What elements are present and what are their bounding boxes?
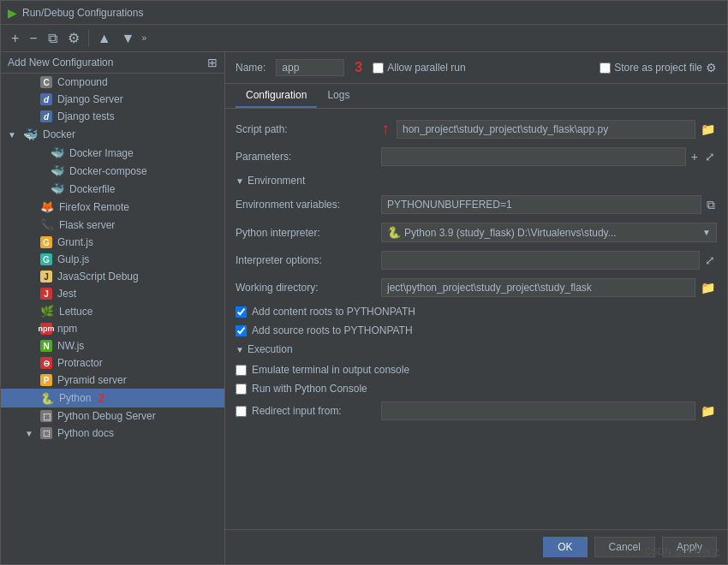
sidebar-item-flask[interactable]: 📞 Flask server	[1, 216, 224, 234]
environment-collapse-icon[interactable]: ▼	[236, 176, 244, 186]
interpreter-options-expand-button[interactable]: ⤢	[703, 252, 717, 269]
emulate-terminal-label: Emulate terminal in output console	[252, 364, 409, 376]
redirect-input-input[interactable]	[381, 401, 695, 420]
django-server-label: Django Server	[57, 93, 123, 105]
jest-icon: J	[40, 288, 52, 300]
sidebar-item-dockerfile[interactable]: ▶ 🐳 Dockerfile	[1, 180, 224, 198]
sidebar-item-npm[interactable]: npm npm	[1, 320, 224, 337]
python-console-label: Run with Python Console	[252, 383, 367, 395]
parameters-input[interactable]	[381, 147, 686, 166]
name-input[interactable]	[276, 59, 344, 76]
working-dir-browse-button[interactable]: 📁	[699, 279, 717, 296]
sidebar-item-protractor[interactable]: ⊖ Protractor	[1, 354, 224, 372]
execution-collapse-icon[interactable]: ▼	[236, 345, 244, 354]
pyramid-icon: P	[40, 374, 52, 386]
sidebar-item-gulpjs[interactable]: G Gulp.js	[1, 251, 224, 268]
sidebar-item-compound[interactable]: C Compound	[1, 74, 224, 91]
sidebar-item-jest[interactable]: J Jest	[1, 285, 224, 302]
gulp-label: Gulp.js	[57, 253, 89, 265]
run-icon: ▶	[8, 6, 17, 20]
sidebar-item-django-server[interactable]: d Django Server	[1, 91, 224, 108]
python-docs-label: Python docs	[57, 427, 114, 439]
allow-parallel-label: Allow parallel run	[387, 62, 465, 74]
compound-label: Compound	[57, 76, 108, 88]
python-debug-server-label: Python Debug Server	[57, 410, 156, 422]
python-console-checkbox[interactable]	[236, 384, 247, 395]
name-label: Name:	[236, 62, 266, 74]
jest-label: Jest	[57, 288, 76, 300]
tab-logs[interactable]: Logs	[317, 84, 360, 108]
sidebar-item-docker-image[interactable]: ▶ 🐳 Docker Image	[1, 144, 224, 162]
add-config-button[interactable]: +	[8, 29, 22, 48]
copy-config-button[interactable]: ⧉	[45, 29, 61, 48]
emulate-terminal-checkbox[interactable]	[236, 365, 247, 376]
grunt-icon: G	[40, 236, 52, 248]
store-project-checkbox[interactable]	[600, 62, 611, 74]
docker-image-icon: 🐳	[51, 146, 64, 159]
docker-compose-icon: 🐳	[51, 164, 64, 177]
sidebar-item-gruntjs[interactable]: G Grunt.js	[1, 234, 224, 251]
env-vars-field: ⧉	[381, 195, 717, 214]
nwjs-icon: N	[40, 340, 52, 352]
env-vars-copy-button[interactable]: ⧉	[705, 196, 717, 214]
ok-button[interactable]: OK	[543, 537, 587, 557]
env-vars-input[interactable]	[381, 195, 701, 214]
add-content-roots-checkbox[interactable]	[236, 306, 247, 318]
dockerfile-label: Dockerfile	[69, 183, 115, 195]
move-down-button[interactable]: ▼	[118, 29, 139, 48]
working-dir-field: 📁	[381, 278, 717, 297]
sidebar-item-django-tests[interactable]: d Django tests	[1, 108, 224, 125]
remove-config-button[interactable]: −	[26, 29, 40, 48]
gulp-icon: G	[40, 253, 52, 265]
settings-button[interactable]: ⚙	[64, 28, 83, 48]
allow-parallel-checkbox[interactable]	[373, 62, 384, 74]
docker-chevron: ▼	[8, 130, 18, 140]
interpreter-options-row: Interpreter options: ⤢	[236, 251, 717, 270]
redirect-input-browse-button[interactable]: 📁	[699, 402, 717, 419]
pin-button[interactable]: ⊞	[207, 56, 218, 69]
python-label: Python	[59, 392, 91, 404]
lettuce-label: Lettuce	[59, 306, 92, 318]
django-tests-icon: d	[40, 110, 52, 122]
sidebar-item-python[interactable]: 🐍 Python 2	[1, 389, 224, 407]
env-vars-label: Environment variables:	[236, 199, 381, 211]
working-dir-input[interactable]	[381, 278, 695, 297]
sidebar-item-js-debug[interactable]: J JavaScript Debug	[1, 268, 224, 285]
watermark: CSDN @东林牧之	[645, 545, 721, 558]
interpreter-options-input[interactable]	[381, 251, 700, 270]
sidebar-item-docker-compose[interactable]: ▶ 🐳 Docker-compose	[1, 162, 224, 180]
parameters-add-button[interactable]: +	[689, 148, 700, 165]
flask-icon: 📞	[40, 218, 54, 231]
interpreter-options-label: Interpreter options:	[236, 254, 381, 266]
firefox-label: Firefox Remote	[59, 201, 129, 213]
add-source-roots-checkbox[interactable]	[236, 325, 247, 336]
allow-parallel-row: Allow parallel run	[373, 62, 465, 74]
redirect-input-checkbox[interactable]	[236, 406, 247, 417]
sidebar-item-python-docs[interactable]: ▼ ⬚ Python docs	[1, 425, 224, 442]
tab-configuration[interactable]: Configuration	[236, 84, 317, 108]
working-dir-row: Working directory: 📁	[236, 278, 717, 297]
store-gear-button[interactable]: ⚙	[706, 61, 717, 74]
script-path-browse-button[interactable]: 📁	[699, 121, 717, 138]
js-debug-label: JavaScript Debug	[57, 271, 139, 282]
environment-section-label: Environment	[248, 175, 305, 187]
move-up-button[interactable]: ▲	[94, 29, 115, 48]
parameters-expand-button[interactable]: ⤢	[703, 148, 717, 165]
sidebar-item-lettuce[interactable]: 🌿 Lettuce	[1, 302, 224, 320]
redirect-input-field: 📁	[381, 401, 717, 420]
add-content-roots-label: Add content roots to PYTHONPATH	[252, 306, 415, 318]
sidebar-item-nwjs[interactable]: N NW.js	[1, 337, 224, 354]
django-server-icon: d	[40, 93, 52, 105]
sidebar-item-pyramid[interactable]: P Pyramid server	[1, 372, 224, 389]
sidebar-item-docker[interactable]: ▼ 🐳 Docker	[1, 125, 224, 144]
sidebar-item-python-debug-server[interactable]: ⬚ Python Debug Server	[1, 407, 224, 425]
sidebar-item-firefox-remote[interactable]: 🦊 Firefox Remote	[1, 198, 224, 216]
js-debug-icon: J	[40, 271, 52, 282]
toolbar: + − ⧉ ⚙ ▲ ▼ »	[1, 25, 727, 52]
script-path-label: Script path:	[236, 123, 381, 135]
interpreter-dropdown-arrow: ▼	[702, 228, 711, 237]
parameters-row: Parameters: + ⤢	[236, 147, 717, 166]
flask-label: Flask server	[59, 219, 115, 231]
python-interpreter-select[interactable]: 🐍 Python 3.9 (study_flask) D:\Virtualenv…	[381, 223, 717, 242]
script-path-input[interactable]	[397, 120, 695, 139]
